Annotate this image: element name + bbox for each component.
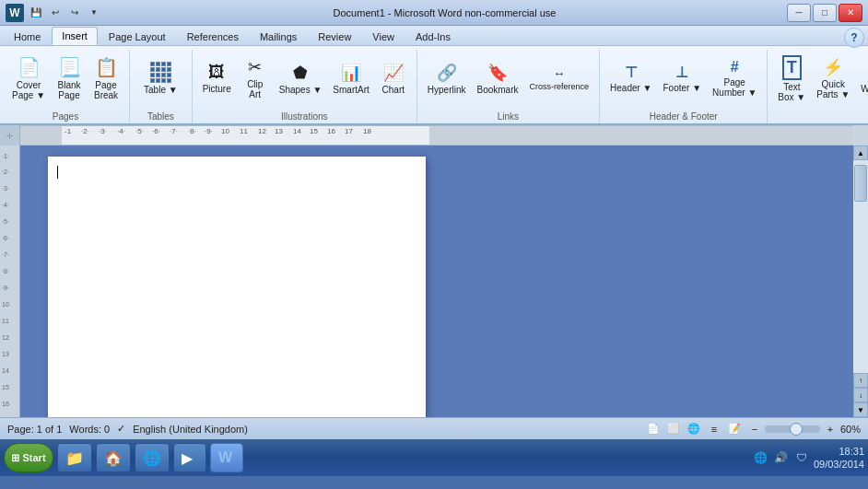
title-bar-left: W 💾 ↩ ↪ ▼	[6, 4, 102, 22]
quick-access-more-btn[interactable]: ▼	[86, 5, 102, 21]
word-count: Words: 0	[69, 424, 110, 435]
ruler-corner: ⊹	[0, 125, 20, 146]
bookmark-button[interactable]: 🔖 Bookmark	[472, 52, 522, 105]
clock-time: 18:31	[814, 445, 864, 458]
shapes-button[interactable]: ⬟ Shapes ▼	[275, 52, 327, 105]
view-draft-icon[interactable]: 📝	[727, 422, 742, 437]
word-app-icon: W	[6, 4, 24, 22]
picture-button[interactable]: 🖼 Picture	[198, 52, 236, 105]
clip-art-button[interactable]: ✂ ClipArt	[238, 52, 273, 105]
page-break-button[interactable]: 📋 PageBreak	[88, 52, 123, 105]
links-group-content: 🔗 Hyperlink 🔖 Bookmark ↔ Cross-reference	[423, 52, 593, 110]
zoom-slider[interactable]	[765, 425, 820, 433]
table-button[interactable]: Table ▼	[135, 52, 186, 105]
redo-quick-btn[interactable]: ↪	[66, 5, 83, 21]
text-cursor	[57, 166, 58, 179]
ruler-area: ⊹ -1 ·2· ·3· ·4· ·5· ·6· ·7· ·8· ·9· 10 …	[0, 125, 868, 146]
taskbar-browser[interactable]: 🌐	[135, 443, 170, 472]
tab-review[interactable]: Review	[308, 28, 361, 45]
tray-volume-icon[interactable]: 🔊	[773, 449, 790, 466]
document-page[interactable]	[48, 157, 426, 417]
page-info: Page: 1 of 1	[7, 424, 62, 435]
tray-security-icon[interactable]: 🛡	[793, 449, 810, 466]
view-outline-icon[interactable]: ≡	[707, 422, 721, 437]
header-footer-group-label: Header & Footer	[650, 110, 718, 122]
ribbon-group-illustrations: 🖼 Picture ✂ ClipArt ⬟ Shapes ▼ 📊 SmartAr…	[193, 50, 417, 123]
view-print-icon[interactable]: 📄	[646, 422, 661, 437]
minimize-button[interactable]: ─	[787, 4, 811, 22]
text-box-button[interactable]: T TextBox ▼	[773, 52, 810, 105]
ruler-margin-left	[20, 126, 62, 145]
zoom-control: − + 60%	[747, 422, 861, 437]
page-number-button[interactable]: # PageNumber ▼	[708, 52, 761, 105]
quick-parts-button[interactable]: ⚡ QuickParts ▼	[812, 52, 854, 105]
tables-group-label: Tables	[147, 110, 174, 122]
document-area[interactable]	[20, 146, 853, 417]
tab-page-layout[interactable]: Page Layout	[99, 28, 176, 45]
vertical-ruler: ·1· ·2· ·3· ·4· ·5· ·6· ·7· ·8· ·9· 10 1…	[0, 146, 20, 417]
language: English (United Kingdom)	[133, 424, 248, 435]
header-button[interactable]: ⊤ Header ▼	[605, 52, 656, 105]
ruler-margin-right	[429, 126, 853, 145]
save-quick-btn[interactable]: 💾	[28, 5, 44, 21]
taskbar-word[interactable]: W	[210, 443, 243, 472]
help-button[interactable]: ?	[844, 28, 864, 48]
ribbon-group-pages: 📄 CoverPage ▼ 📃 BlankPage 📋 PageBreak Pa…	[2, 50, 130, 123]
tab-insert[interactable]: Insert	[52, 27, 98, 45]
smartart-button[interactable]: 📊 SmartArt	[328, 52, 373, 105]
tab-home[interactable]: Home	[4, 28, 51, 45]
tab-add-ins[interactable]: Add-Ins	[405, 28, 461, 45]
taskbar-home[interactable]: 🏠	[96, 443, 131, 472]
system-clock[interactable]: 18:31 09/03/2014	[814, 445, 864, 472]
taskbar-right: 🌐 🔊 🛡 18:31 09/03/2014	[753, 445, 864, 472]
tab-references[interactable]: References	[177, 28, 249, 45]
tab-view[interactable]: View	[362, 28, 405, 45]
view-web-icon[interactable]: 🌐	[686, 422, 701, 437]
cross-reference-button[interactable]: ↔ Cross-reference	[525, 52, 594, 105]
undo-quick-btn[interactable]: ↩	[47, 5, 64, 21]
ribbon: 📄 CoverPage ▼ 📃 BlankPage 📋 PageBreak Pa…	[0, 46, 868, 125]
scroll-thumb[interactable]	[854, 165, 867, 202]
ribbon-group-header-footer: ⊤ Header ▼ ⊥ Footer ▼ # PageNumber ▼ Hea…	[600, 50, 768, 123]
ribbon-tabs: Home Insert Page Layout References Maili…	[0, 26, 868, 46]
start-button[interactable]: ⊞ Start	[4, 443, 53, 472]
ribbon-group-text: T TextBox ▼ ⚡ QuickParts ▼ A WordArt ▼ D…	[768, 50, 868, 123]
close-button[interactable]: ✕	[839, 4, 862, 22]
header-footer-group-content: ⊤ Header ▼ ⊥ Footer ▼ # PageNumber ▼	[605, 52, 761, 110]
scroll-page-up-button[interactable]: ↑	[853, 373, 868, 388]
window-title: Document1 - Microsoft Word non-commercia…	[102, 7, 787, 18]
footer-button[interactable]: ⊥ Footer ▼	[659, 52, 707, 105]
proofing-icon: ✓	[117, 423, 125, 435]
illustrations-group-content: 🖼 Picture ✂ ClipArt ⬟ Shapes ▼ 📊 SmartAr…	[198, 52, 411, 110]
horizontal-ruler: -1 ·2· ·3· ·4· ·5· ·6· ·7· ·8· ·9· 10 11…	[20, 125, 853, 146]
pages-group-content: 📄 CoverPage ▼ 📃 BlankPage 📋 PageBreak	[7, 52, 123, 110]
view-full-screen-icon[interactable]: ⬜	[666, 422, 681, 437]
chart-button[interactable]: 📈 Chart	[376, 52, 411, 105]
illustrations-group-label: Illustrations	[281, 110, 328, 122]
zoom-level: 60%	[840, 424, 861, 435]
hyperlink-button[interactable]: 🔗 Hyperlink	[423, 52, 471, 105]
scroll-page-down-button[interactable]: ↓	[853, 388, 868, 402]
zoom-in-button[interactable]: +	[823, 422, 838, 437]
zoom-out-button[interactable]: −	[747, 422, 762, 437]
wordart-button[interactable]: A WordArt ▼	[856, 52, 868, 105]
pages-group-label: Pages	[53, 110, 78, 122]
zoom-thumb[interactable]	[790, 423, 803, 436]
title-bar: W 💾 ↩ ↪ ▼ Document1 - Microsoft Word non…	[0, 0, 868, 26]
scroll-track[interactable]	[853, 160, 868, 373]
table-icon	[150, 62, 171, 83]
blank-page-button[interactable]: 📃 BlankPage	[52, 52, 87, 105]
taskbar-media[interactable]: ▶	[173, 443, 206, 472]
taskbar: ⊞ Start 📁 🏠 🌐 ▶ W 🌐 🔊 🛡 18:31 09/03/2014	[0, 439, 868, 476]
scroll-up-button[interactable]: ▲	[853, 146, 868, 160]
clock-date: 09/03/2014	[814, 458, 864, 471]
tab-mailings[interactable]: Mailings	[250, 28, 307, 45]
taskbar-file-manager[interactable]: 📁	[57, 443, 92, 472]
cover-page-button[interactable]: 📄 CoverPage ▼	[7, 52, 50, 105]
maximize-button[interactable]: □	[813, 4, 837, 22]
status-bar-right: 📄 ⬜ 🌐 ≡ 📝 − + 60%	[646, 422, 861, 437]
tray-network-icon[interactable]: 🌐	[753, 449, 769, 466]
vertical-scrollbar[interactable]: ▲ ↑ ↓ ▼	[853, 146, 868, 417]
scroll-down-button[interactable]: ▼	[853, 402, 868, 417]
text-group-content: T TextBox ▼ ⚡ QuickParts ▼ A WordArt ▼ D…	[773, 52, 868, 110]
